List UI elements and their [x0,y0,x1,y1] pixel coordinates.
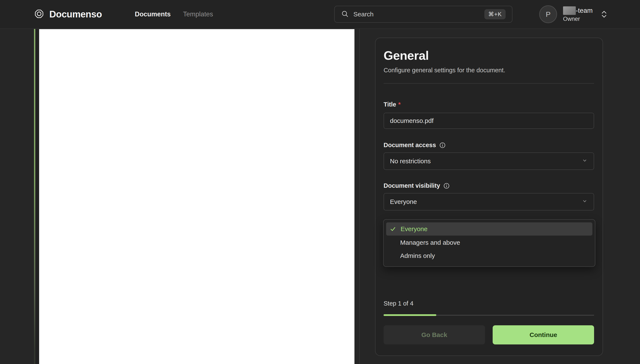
team-info: -team Owner [563,6,592,22]
option-label: Managers and above [400,239,460,246]
document-access-label-text: Document access [384,142,436,148]
info-icon[interactable] [440,142,446,148]
go-back-button[interactable]: Go Back [384,325,485,344]
team-role: Owner [563,16,592,22]
option-label: Everyone [400,225,428,232]
continue-button[interactable]: Continue [493,325,594,344]
team-switcher[interactable]: P -team Owner [539,0,608,28]
avatar[interactable]: P [539,5,557,23]
dropdown-option-managers[interactable]: Managers and above [386,236,592,249]
title-field-label: Title * [384,101,594,108]
documenso-seal-icon [33,8,45,20]
document-visibility-value: Everyone [390,198,417,206]
search-shortcut-badge: ⌘+K [484,9,506,19]
document-access-label: Document access [384,142,594,148]
chevron-down-icon [582,198,588,206]
dropdown-option-admins[interactable]: Admins only [386,250,592,262]
panel-divider [384,83,594,84]
required-asterisk: * [398,101,400,108]
document-visibility-select[interactable]: Everyone [384,193,594,210]
app-root: Documenso Documents Templates Search ⌘+K… [0,0,640,364]
top-navbar: Documenso Documents Templates Search ⌘+K… [0,0,640,29]
panel-subtitle: Configure general settings for the docum… [384,67,594,74]
step-indicator: Step 1 of 4 [384,300,594,307]
option-label: Admins only [400,252,435,260]
document-visibility-label-text: Document visibility [384,182,440,189]
brand-logo[interactable]: Documenso [33,0,102,28]
dropdown-option-everyone[interactable]: Everyone [386,222,592,236]
content-separator [359,29,360,364]
document-access-select[interactable]: No restrictions [384,152,594,170]
main-nav: Documents Templates [135,0,213,28]
search-icon [341,10,349,18]
document-gutter [35,29,39,364]
check-icon [390,226,396,232]
progress-fill [384,314,436,316]
document-access-value: No restrictions [390,158,431,165]
pdf-page [39,29,354,364]
general-settings-panel: General Configure general settings for t… [375,38,603,356]
title-input-value: documenso.pdf [390,117,434,124]
document-visibility-label: Document visibility [384,182,594,189]
document-scroll-indicator [34,29,35,364]
title-label-text: Title [384,101,396,108]
info-icon[interactable] [444,183,450,189]
nav-link-documents[interactable]: Documents [135,10,171,18]
chevron-down-icon [582,158,588,165]
chevrons-up-down-icon[interactable] [600,9,608,19]
action-buttons: Go Back Continue [384,325,594,344]
search-placeholder: Search [354,11,484,18]
team-name-redacted [563,6,576,15]
title-input[interactable]: documenso.pdf [384,113,594,129]
search-input[interactable]: Search ⌘+K [334,6,512,23]
nav-link-templates[interactable]: Templates [183,10,213,18]
visibility-dropdown-menu: Everyone Managers and above Admins only [383,219,595,267]
brand-name: Documenso [49,9,102,20]
team-name-row: -team [563,6,592,15]
progress-bar [384,314,594,316]
panel-footer: Step 1 of 4 Go Back Continue [384,300,594,344]
page-title: General [384,48,594,62]
team-name-suffix: -team [576,7,592,14]
